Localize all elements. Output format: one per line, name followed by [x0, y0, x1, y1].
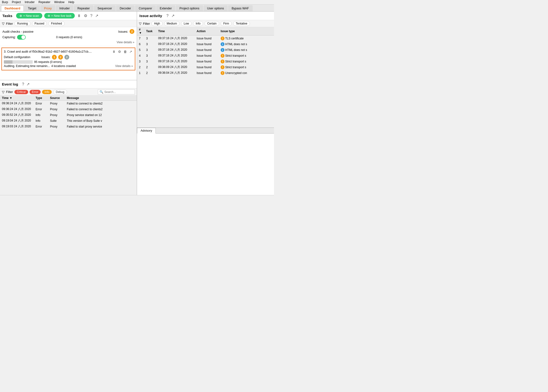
table-row[interactable]: 09:35:52 24 八月 2020 Info Proxy Proxy ser…: [0, 112, 137, 118]
menu-project[interactable]: Project: [12, 0, 21, 4]
tab-bypass-waf[interactable]: Bypass WAF: [228, 5, 253, 11]
tab-dashboard[interactable]: Dashboard: [1, 5, 24, 11]
capturing-toggle[interactable]: [17, 35, 26, 40]
log-message: This version of Burp Suite v: [65, 118, 137, 124]
tasks-filter-finished[interactable]: Finished: [48, 21, 64, 26]
tab-repeater[interactable]: Repeater: [74, 5, 93, 11]
issue-expand-button[interactable]: ↗: [171, 13, 175, 19]
scan-pause-button[interactable]: ⏸: [112, 49, 116, 54]
list-item[interactable]: 4 3 09:37:16 24 八月 2020 Issue found !Str…: [137, 53, 274, 59]
advisory-tab[interactable]: Advisory: [137, 128, 156, 133]
debug-filter-button[interactable]: Debug: [53, 90, 67, 94]
log-source: Proxy: [48, 106, 65, 112]
tab-sequencer[interactable]: Sequencer: [94, 5, 116, 11]
menu-intruder[interactable]: Intruder: [25, 0, 35, 4]
tasks-filter-label: Filter: [6, 22, 13, 25]
menu-window[interactable]: Window: [54, 0, 64, 4]
log-source: Proxy: [48, 101, 65, 106]
scan-delete-button[interactable]: 🗑: [123, 49, 128, 54]
issue-activity-title: Issue activity: [139, 14, 162, 18]
menu-repeater[interactable]: Repeater: [38, 0, 50, 4]
list-item[interactable]: 5 3 09:37:16 24 八月 2020 Issue found iHTM…: [137, 47, 274, 53]
log-time: 09:36:24 24 八月 2020: [0, 106, 34, 112]
tab-user-options[interactable]: User options: [204, 5, 228, 11]
log-time: 09:19:03 24 八月 2020: [0, 124, 34, 129]
log-type: Error: [34, 124, 48, 129]
list-item[interactable]: 2 2 09:36:09 24 八月 2020 Issue found !Str…: [137, 64, 274, 70]
scan-status-row: Auditing. Estimating time remainin... 4 …: [4, 64, 133, 68]
info-filter-button[interactable]: Info: [42, 90, 52, 94]
table-row[interactable]: 09:19:03 24 八月 2020 Error Proxy Failed t…: [0, 124, 137, 129]
tasks-expand-button[interactable]: ↗: [95, 13, 99, 19]
scan-settings-button[interactable]: ⚙: [117, 49, 122, 54]
list-item[interactable]: 3 3 09:37:16 24 八月 2020 Issue found !Str…: [137, 59, 274, 64]
error-filter-button[interactable]: Error: [29, 90, 41, 94]
log-time: 09:35:52 24 八月 2020: [0, 112, 34, 118]
list-item[interactable]: 1 2 09:36:04 24 八月 2020 Issue found !Une…: [137, 70, 274, 76]
col-message: Message: [65, 96, 137, 101]
right-panel: Issue activity ? ↗ ▽ Filter High Medium …: [137, 12, 274, 195]
tasks-help-button[interactable]: ?: [90, 13, 93, 19]
issue-table: # ▼ Task Time Action Issue type 7 3 09:3…: [137, 27, 274, 76]
table-row[interactable]: 09:19:04 24 八月 2020 Info Suite This vers…: [0, 118, 137, 124]
issue-col-action: Action: [195, 27, 219, 35]
event-filter-label: Filter: [6, 90, 13, 94]
issue-filter-label: Filter: [143, 22, 150, 25]
issue-time: 09:36:09 24 八月 2020: [156, 64, 195, 70]
new-live-task-button[interactable]: ⊕ + New live task: [44, 13, 75, 19]
tab-project-options[interactable]: Project options: [176, 5, 203, 11]
list-item[interactable]: 6 3 09:37:16 24 八月 2020 Issue found iHTM…: [137, 41, 274, 47]
scan-view-details[interactable]: View details »: [115, 64, 133, 68]
issue-chip-medium[interactable]: Medium: [164, 21, 180, 26]
tasks-settings-button[interactable]: ⚙: [83, 13, 88, 19]
table-row[interactable]: 09:36:24 24 八月 2020 Error Proxy Failed t…: [0, 106, 137, 112]
status-bar: Memory: 92.2MB Disk: 285KB: [0, 195, 274, 196]
passive-view-details[interactable]: View details »: [2, 40, 134, 44]
issue-chip-firm[interactable]: Firm: [221, 21, 232, 26]
issue-col-num: # ▼: [137, 27, 144, 35]
issue-chip-certain[interactable]: Certain: [205, 21, 219, 26]
issue-chip-info[interactable]: Info: [193, 21, 203, 26]
issue-task: 3: [144, 35, 156, 41]
critical-filter-button[interactable]: Critical: [14, 90, 28, 94]
tab-decoder[interactable]: Decoder: [116, 5, 135, 11]
issue-icon: !: [221, 36, 224, 40]
tasks-filter-paused[interactable]: Paused: [32, 21, 47, 26]
issue-chip-high[interactable]: High: [151, 21, 163, 26]
tab-extender[interactable]: Extender: [156, 5, 175, 11]
issue-action: Issue found: [195, 64, 219, 70]
log-time: 09:36:24 24 八月 2020: [0, 101, 34, 106]
tab-target[interactable]: Target: [24, 5, 40, 11]
issue-chip-low[interactable]: Low: [181, 21, 192, 26]
log-time: 09:19:04 24 八月 2020: [0, 118, 34, 124]
issue-icon: !: [221, 60, 224, 63]
left-panel: Tasks ⊕ + New scan ⊕ + New live task ⏸ ⚙…: [0, 12, 137, 195]
tab-bar: DashboardTargetProxyIntruderRepeaterSequ…: [0, 5, 274, 12]
event-log-help-button[interactable]: ?: [22, 82, 25, 87]
tab-comparer[interactable]: Comparer: [135, 5, 156, 11]
issue-chip-tentative[interactable]: Tentative: [233, 21, 250, 26]
issue-help-button[interactable]: ?: [166, 13, 169, 19]
tab-intruder[interactable]: Intruder: [56, 5, 73, 11]
tab-proxy[interactable]: Proxy: [40, 5, 55, 11]
event-log-expand-button[interactable]: ↗: [26, 81, 30, 87]
issue-activity-section: Issue activity ? ↗ ▽ Filter High Medium …: [137, 12, 274, 128]
log-source: Proxy: [48, 124, 65, 129]
log-message: Failed to connect to clients2: [65, 106, 137, 112]
event-search-input[interactable]: [104, 90, 133, 94]
menu-help[interactable]: Help: [68, 0, 74, 4]
list-item[interactable]: 7 3 09:37:16 24 八月 2020 Issue found !TLS…: [137, 35, 274, 41]
event-log-filter-bar: ▽ Filter Critical Error Info Debug 🔍: [0, 88, 137, 96]
pause-all-button[interactable]: ⏸: [77, 13, 81, 19]
menu-burp[interactable]: Burp: [2, 0, 8, 4]
table-row[interactable]: 09:36:24 24 八月 2020 Error Proxy Failed t…: [0, 101, 137, 106]
log-type: Info: [34, 112, 48, 118]
tasks-filter-running[interactable]: Running: [14, 21, 30, 26]
new-scan-button[interactable]: ⊕ + New scan: [16, 13, 42, 19]
issue-action: Issue found: [195, 59, 219, 64]
issue-type: !Strict transport s: [219, 53, 274, 59]
issue-filter-icon: ▽: [139, 22, 142, 25]
scan-export-button[interactable]: ↗: [128, 49, 133, 54]
main-layout: Tasks ⊕ + New scan ⊕ + New live task ⏸ ⚙…: [0, 12, 274, 195]
event-log-table: Time ▼ Type Source Message 09:36:24 24 八…: [0, 96, 137, 152]
